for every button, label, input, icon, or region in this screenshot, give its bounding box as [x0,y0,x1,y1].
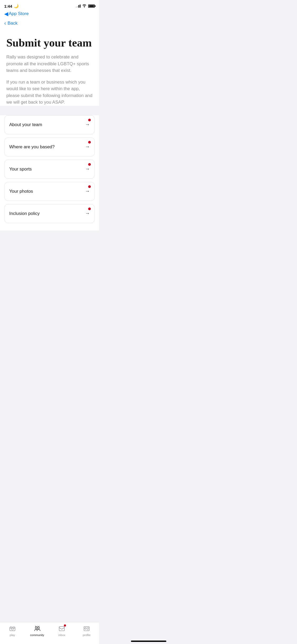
main-content: Submit your team Rally was designed to c… [0,30,99,106]
form-card-inclusion-policy[interactable]: Inclusion policy→ [4,204,95,223]
form-card-your-photos[interactable]: Your photos→ [4,182,95,201]
arrow-right-icon: → [85,122,90,127]
status-right [76,4,95,8]
form-card-label-your-sports: Your sports [9,167,32,172]
form-card-label-where-based: Where are you based? [9,144,55,150]
page-subtitle: Rally was designed to celebrate and prom… [6,54,93,74]
arrow-right-icon: → [85,166,90,172]
form-card-where-based[interactable]: Where are you based?→ [4,137,95,157]
form-card-about-team[interactable]: About your team→ [4,115,95,134]
required-dot [88,208,91,210]
app-store-back-arrow: ◀ [4,11,8,17]
nav-bar: ‹ Back [0,18,99,30]
moon-icon: 🌙 [14,4,19,8]
app-store-bar: ◀ App Store [0,10,99,18]
required-dot [88,163,91,166]
status-left: 1:44 🌙 [4,4,19,8]
battery-icon [88,4,95,8]
required-dot [88,185,91,188]
arrow-right-icon: → [85,188,90,194]
required-dot [88,141,91,144]
form-card-label-your-photos: Your photos [9,189,33,194]
back-button[interactable]: ‹ Back [4,20,17,26]
app-store-back: ◀ App Store [4,11,29,17]
wifi-icon [82,4,87,8]
signal-icon [76,4,81,8]
back-label: Back [8,21,18,26]
form-card-your-sports[interactable]: Your sports→ [4,160,95,179]
page-title: Submit your team [6,37,93,49]
status-bar: 1:44 🌙 [0,0,99,10]
form-card-label-about-team: About your team [9,122,42,127]
arrow-right-icon: → [85,211,90,216]
required-dot [88,119,91,121]
form-section: About your team→Where are you based?→You… [0,115,99,231]
page-description: If you run a team or business which you … [6,79,93,106]
svg-point-0 [84,7,84,7]
arrow-right-icon: → [85,144,90,150]
app-store-label: App Store [9,11,29,16]
time-display: 1:44 [4,4,12,8]
form-card-label-inclusion-policy: Inclusion policy [9,211,40,216]
back-chevron-icon: ‹ [4,20,6,26]
